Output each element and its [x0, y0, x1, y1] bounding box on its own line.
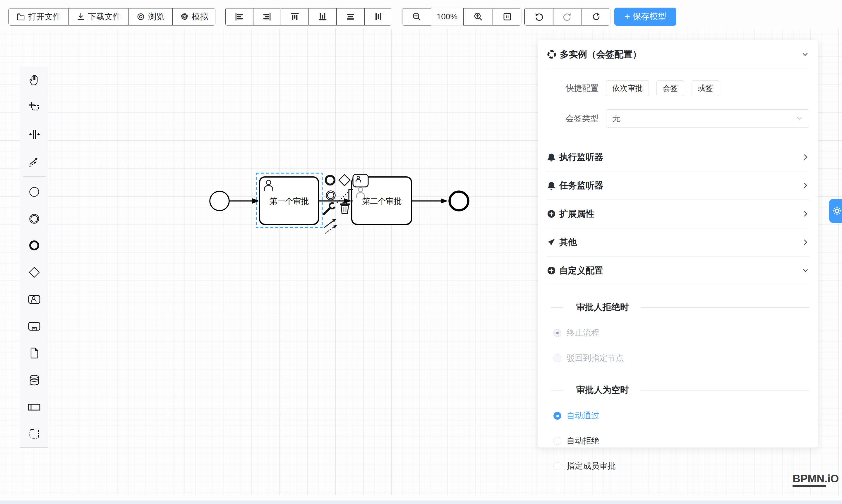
create-intermediate-event[interactable]	[20, 205, 48, 232]
multi-instance-icon	[547, 50, 556, 59]
section-other[interactable]: 其他	[547, 228, 809, 256]
wrench-button[interactable]	[324, 203, 335, 214]
reject-group-divider: 审批人拒绝时	[547, 301, 809, 313]
bpmn-io-logo[interactable]: BPMN.iO	[792, 473, 839, 487]
create-start-event[interactable]	[20, 178, 48, 205]
section-custom-config[interactable]: 自定义配置	[547, 256, 809, 285]
section-task-listener[interactable]: 任务监听器	[547, 171, 809, 199]
append-user-task-button[interactable]	[353, 174, 368, 187]
section-execution-listener[interactable]: 执行监听器	[547, 143, 809, 171]
radio-label: 终止流程	[567, 327, 599, 339]
align-center-vertical-icon	[374, 12, 383, 21]
panel-header[interactable]: 多实例（会签配置）	[547, 40, 809, 69]
settings-tab[interactable]	[829, 199, 842, 223]
section-extension-properties[interactable]: 扩展属性	[547, 199, 809, 228]
create-participant[interactable]	[20, 393, 48, 420]
append-gateway-button[interactable]	[339, 175, 350, 186]
start-event[interactable]	[210, 191, 229, 211]
save-model-button[interactable]: + 保存模型	[614, 7, 676, 26]
undo-icon	[534, 12, 543, 21]
radio-return-to-node[interactable]: 驳回到指定节点	[547, 353, 809, 364]
end-event[interactable]	[450, 192, 468, 210]
align-left-button[interactable]	[225, 8, 253, 25]
section-label: 任务监听器	[559, 180, 603, 192]
lasso-icon	[28, 101, 41, 114]
radio-assign-member[interactable]: 指定成员审批	[547, 461, 809, 471]
bpmn-diagram: 第一个审批 第二个审批	[199, 159, 486, 253]
radio-label: 指定成员审批	[567, 461, 616, 471]
section-label: 扩展属性	[559, 208, 594, 220]
align-top-icon	[290, 12, 299, 21]
create-user-task[interactable]	[20, 286, 48, 313]
gear-icon	[832, 206, 842, 216]
lasso-tool[interactable]	[20, 94, 48, 121]
align-bottom-button[interactable]	[309, 8, 336, 25]
palette-separator	[23, 176, 46, 177]
zoom-button-group: 100%	[402, 7, 522, 26]
trash-button[interactable]	[340, 203, 350, 214]
quick-option-countersign[interactable]: 会签	[656, 80, 684, 96]
radio-terminate-process[interactable]: 终止流程	[547, 327, 809, 339]
end-event-icon	[28, 239, 41, 252]
create-gateway[interactable]	[20, 259, 48, 286]
radio-icon	[554, 329, 561, 337]
radio-label: 自动通过	[567, 410, 599, 421]
quick-option-orsign[interactable]: 或签	[691, 80, 719, 96]
open-file-label: 打开文件	[28, 11, 61, 22]
create-group[interactable]	[20, 420, 48, 447]
simulate-button[interactable]: 模拟	[172, 8, 215, 25]
redo-button[interactable]	[553, 8, 581, 25]
task-1-label: 第一个审批	[269, 197, 309, 205]
undo-button[interactable]	[524, 8, 553, 25]
create-end-event[interactable]	[20, 232, 48, 259]
sign-type-select[interactable]: 无	[606, 109, 809, 128]
zoom-level-display: 100%	[431, 8, 463, 25]
chevron-down-icon[interactable]	[801, 50, 809, 58]
bell-icon	[547, 181, 556, 190]
global-connect-tool[interactable]	[20, 148, 48, 175]
space-tool-icon	[28, 128, 41, 141]
start-event-icon	[28, 185, 41, 199]
align-center-horizontal-button[interactable]	[336, 8, 364, 25]
align-right-button[interactable]	[253, 8, 281, 25]
bottom-scrollbar-track[interactable]	[0, 501, 842, 504]
create-data-object[interactable]	[20, 340, 48, 366]
space-tool[interactable]	[20, 121, 48, 148]
zoom-in-button[interactable]	[463, 8, 493, 25]
save-model-label: 保存模型	[632, 11, 666, 22]
empty-group-divider: 审批人为空时	[547, 384, 809, 396]
hand-tool[interactable]	[20, 67, 48, 94]
connection-icon	[28, 155, 41, 168]
fit-viewport-button[interactable]	[493, 8, 521, 25]
chevron-right-icon	[802, 153, 809, 161]
arrowhead	[252, 198, 259, 203]
append-intermediate-event-button[interactable]	[326, 191, 335, 200]
connect-button[interactable]	[324, 219, 337, 233]
create-data-store[interactable]	[20, 366, 48, 393]
browse-button[interactable]: 浏览	[128, 8, 172, 25]
radio-auto-pass[interactable]: 自动通过	[547, 410, 809, 421]
bpmn-io-logo-bar	[792, 485, 826, 487]
open-file-button[interactable]: 打开文件	[8, 8, 69, 25]
radio-icon	[554, 354, 561, 362]
zoom-out-button[interactable]	[402, 8, 431, 25]
align-bottom-icon	[318, 12, 327, 21]
create-subprocess[interactable]	[20, 313, 48, 340]
properties-panel: 多实例（会签配置） 快捷配置 依次审批 会签 或签 会签类型 无 执行监听器	[538, 40, 818, 448]
align-center-vertical-button[interactable]	[364, 8, 392, 25]
plus-icon: +	[624, 12, 630, 21]
eye-icon	[136, 12, 145, 21]
gateway-icon	[28, 266, 41, 279]
arrowhead	[441, 198, 448, 203]
align-top-button[interactable]	[281, 8, 309, 25]
quick-option-sequential[interactable]: 依次审批	[606, 80, 649, 96]
restart-button[interactable]	[581, 8, 610, 25]
chevron-down-icon	[802, 267, 809, 274]
append-end-event-button[interactable]	[326, 176, 334, 184]
radio-auto-reject[interactable]: 自动拒绝	[547, 435, 809, 446]
data-store-icon	[28, 373, 41, 387]
radio-icon	[554, 437, 561, 445]
download-file-button[interactable]: 下载文件	[69, 8, 128, 25]
chip-icon	[180, 12, 189, 21]
data-object-icon	[28, 346, 41, 360]
